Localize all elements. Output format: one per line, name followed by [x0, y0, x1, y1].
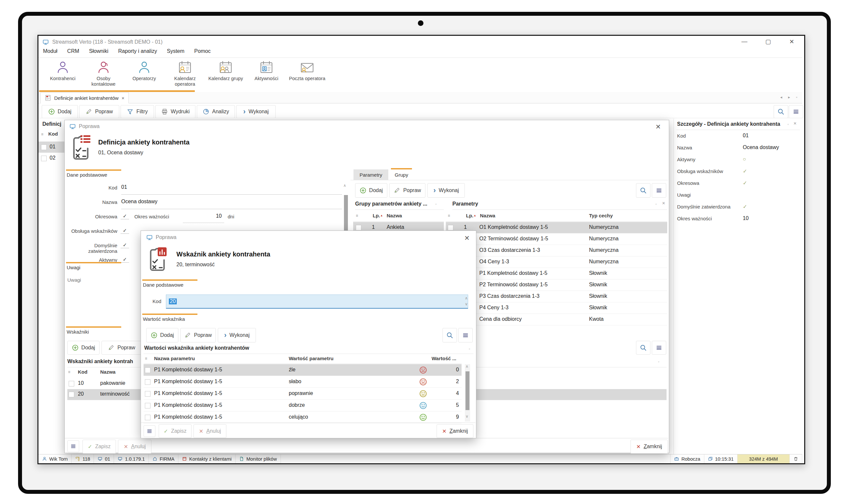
spinner-up-icon[interactable]: ∧	[465, 296, 468, 301]
row-checkbox[interactable]	[145, 367, 151, 373]
search-button[interactable]	[774, 105, 788, 118]
column-options-icon[interactable]: ≡	[145, 356, 147, 361]
row-checkbox[interactable]	[145, 379, 151, 385]
param-search-button[interactable]	[636, 183, 650, 198]
menu-raporty[interactable]: Raporty i analizy	[118, 48, 157, 54]
wskazniki-popraw-button[interactable]: Popraw	[102, 341, 142, 355]
col-nazwa[interactable]: Nazwa	[387, 213, 402, 218]
table-row[interactable]: P1 Kompletność dostawy 1-5 źle 0	[143, 364, 461, 376]
anuluj-button[interactable]: ✕ Anuluj	[118, 440, 152, 453]
table-row[interactable]: P1 Kompletność dostawy 1-5 poprawnie 4	[143, 388, 461, 400]
row-checkbox[interactable]	[145, 391, 151, 397]
okresowa-checkbox[interactable]: ✓	[121, 213, 129, 219]
wskazniki-dodaj-button[interactable]: Dodaj	[67, 341, 100, 355]
wartosc-menu-button[interactable]	[458, 328, 473, 342]
status-company[interactable]: FIRMA	[149, 454, 178, 463]
toolbar-item-kontrahenci[interactable]: Kontrahenci	[44, 60, 82, 87]
pin-icon[interactable]: ◦	[435, 202, 437, 206]
param-wykonaj-button[interactable]: › Wykonaj	[427, 183, 465, 198]
filtry-button[interactable]: Filtry	[121, 105, 154, 118]
row-checkbox[interactable]	[145, 415, 151, 420]
row-checkbox[interactable]	[145, 403, 151, 409]
column-options-icon[interactable]: ≡	[41, 132, 43, 137]
toolbar-item-operatorzy[interactable]: Operatorzy	[125, 60, 163, 87]
scroll-down-icon[interactable]: ∨	[466, 414, 469, 419]
col-lp[interactable]: Lp.	[460, 213, 473, 218]
nazwa-field[interactable]: Ocena dostawy	[121, 199, 157, 204]
toolbar-item-kalendarz-operatora[interactable]: Kalendarz operatora	[166, 60, 204, 87]
memory-usage-badge[interactable]: 324M z 494M	[737, 454, 789, 463]
toolbar-item-osoby-kontaktowe[interactable]: Osoby kontaktowe	[84, 60, 123, 87]
menu-pomoc[interactable]: Pomoc	[194, 48, 211, 54]
status-monitor-plikow[interactable]: Monitor plików	[235, 454, 281, 463]
param-menu-button[interactable]	[652, 183, 666, 198]
col-nazwa-parametru[interactable]: Nazwa parametru	[154, 356, 195, 361]
table-row[interactable]: 5 P1 Kompletność dostawy 1-5 Słownik	[446, 268, 667, 280]
col-lp[interactable]: Lp.	[367, 213, 380, 218]
close-panel-icon[interactable]: ✕	[793, 121, 796, 126]
tab-scroll-right-icon[interactable]: ▸	[788, 95, 790, 100]
row-checkbox[interactable]	[69, 381, 74, 386]
col-nazwa[interactable]: Nazwa	[100, 369, 116, 375]
wartosc-dodaj-button[interactable]: Dodaj	[146, 328, 178, 342]
dialog-close-icon[interactable]: ✕	[464, 234, 470, 242]
pin-icon[interactable]: ◦	[787, 122, 789, 127]
table-row[interactable]: 6 P2 Terminowość dostawy 1-5 Słownik	[446, 280, 667, 291]
wskazniki-menu-button[interactable]	[652, 341, 666, 355]
pin-icon[interactable]: ◦	[469, 346, 470, 351]
menu-slowniki[interactable]: Słowniki	[89, 48, 108, 54]
pin-icon[interactable]: ◦	[658, 359, 660, 364]
dodaj-button[interactable]: Dodaj	[42, 105, 78, 118]
zamknij-button[interactable]: ✕ Zamknij	[630, 440, 668, 453]
status-station[interactable]: 01	[94, 454, 114, 463]
table-row[interactable]: P1 Kompletność dostawy 1-5 dobrze 5	[143, 400, 461, 411]
table-row[interactable]: 4 O4 Ceny 1-3 Numeryczna	[446, 256, 667, 268]
wartosc-search-button[interactable]	[442, 328, 457, 342]
spinner-down-icon[interactable]: ∨	[465, 302, 468, 306]
tab-scroll-left-icon[interactable]: ◂	[780, 95, 782, 100]
column-options-icon[interactable]: ≡	[356, 213, 358, 218]
status-trash[interactable]	[789, 454, 802, 463]
toolbar-item-aktywnosci[interactable]: Aktywności	[247, 60, 285, 87]
col-typ-cechy[interactable]: Typ cechy	[589, 213, 613, 218]
list-menu-button[interactable]	[789, 105, 803, 118]
status-version[interactable]: 1.0.179.1	[114, 454, 148, 463]
okres-waznosci-field[interactable]: 10	[183, 213, 222, 219]
status-time[interactable]: 10:15:31	[704, 454, 737, 463]
menu-crm[interactable]: CRM	[67, 48, 79, 54]
footer-menu-button[interactable]	[143, 425, 155, 437]
list-item[interactable]: 01	[38, 142, 64, 153]
wskazniki-search-button[interactable]	[636, 341, 650, 355]
tab-parametry[interactable]: Parametry	[353, 169, 388, 180]
col-nazwa[interactable]: Nazwa	[480, 213, 495, 218]
column-options-icon[interactable]: ≡	[68, 370, 70, 374]
zamknij-button[interactable]: ✕ Zamknij	[437, 424, 473, 438]
obsluga-checkbox[interactable]: ✓	[121, 228, 129, 234]
table-row[interactable]: 3 O3 Czas dostarczenia 1-3 Numeryczna	[446, 245, 667, 256]
row-checkbox[interactable]	[41, 144, 47, 150]
wydruki-button[interactable]: Wydruki	[155, 105, 195, 118]
toolbar-item-kalendarz-grupy[interactable]: Kalendarz grupy	[207, 60, 245, 87]
toolbar-item-poczta-operatora[interactable]: Poczta operatora	[288, 60, 326, 87]
aktywny-checkbox[interactable]: ✓	[121, 256, 129, 263]
status-robocza[interactable]: Robocza	[670, 454, 704, 463]
popraw-button[interactable]: Popraw	[79, 105, 119, 118]
kod-input[interactable]: 20	[166, 294, 468, 309]
table-row[interactable]: 9 Cena dla odbiorcy Kwota	[446, 314, 667, 325]
menu-system[interactable]: System	[167, 48, 184, 54]
col-wartosc-parametru[interactable]: Wartość parametru	[289, 356, 333, 361]
wartosc-wykonaj-button[interactable]: › Wykonaj	[218, 328, 256, 342]
uwagi-field-label[interactable]: Uwagi	[67, 277, 81, 283]
table-row[interactable]: P1 Kompletność dostawy 1-5 słabo 2	[143, 376, 461, 388]
zapisz-button[interactable]: ✓ Zapisz	[83, 440, 116, 453]
menu-modul[interactable]: Moduł	[43, 48, 57, 54]
scrollbar-thumb[interactable]	[466, 371, 470, 410]
scroll-up-icon[interactable]: ∧	[343, 183, 346, 188]
left-list-kod-header[interactable]: Kod	[48, 131, 58, 137]
table-row[interactable]: 2 O2 Terminowość dostawy 1-5 Numeryczna	[446, 233, 667, 245]
status-session[interactable]: 118	[72, 454, 94, 463]
footer-menu-button[interactable]	[67, 440, 79, 452]
table-row[interactable]: P1 Kompletność dostawy 1-5 celująco 9	[143, 411, 461, 423]
list-item[interactable]: 02	[38, 153, 64, 164]
table-row[interactable]: 1 O1 Kompletność dostawy 1-5 Numeryczna	[446, 222, 667, 233]
